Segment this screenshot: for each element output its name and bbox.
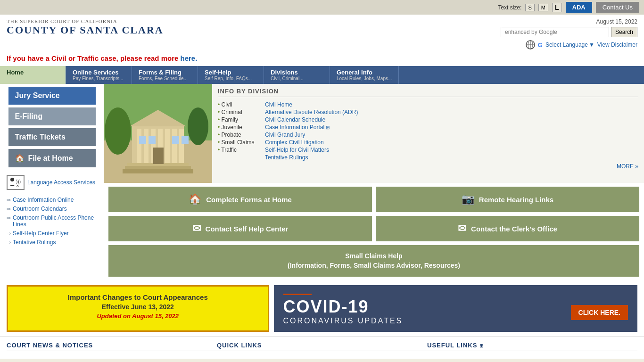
tentative-rulings-div-link[interactable]: Tentative Rulings [265, 154, 638, 161]
nav-general-title: General Info [337, 69, 392, 76]
courtroom-calendars-link[interactable]: Courtroom Calendars [13, 206, 67, 212]
envelope-icon-2: ✉ [458, 222, 466, 235]
contact-us-button[interactable]: Contact Us [596, 2, 639, 13]
changes-date: Effective June 13, 2022 [15, 303, 261, 311]
left-sidebar: Jury Service E-Filing Traffic Tickets 🏠 … [0, 84, 104, 280]
nav-online-title: Online Services [73, 69, 125, 76]
nav-item-divisions[interactable]: Divisions Civil, Criminal... [264, 66, 330, 84]
svg-rect-27 [182, 136, 189, 144]
contact-clerk-button[interactable]: ✉ Contact the Clerk's Office [376, 216, 639, 241]
svg-point-4 [10, 178, 14, 181]
info-by-division: INFO BY DIVISION Civil Criminal Family J… [212, 84, 644, 183]
more-link[interactable]: MORE » [617, 163, 638, 170]
external-link-icon: ⊞ [326, 125, 330, 130]
self-help-flyer-link[interactable]: Self-Help Center Flyer [13, 230, 69, 237]
list-item: Family [218, 116, 260, 123]
nav-divisions-sub: Civil, Criminal... [271, 76, 323, 81]
svg-rect-13 [144, 129, 149, 164]
select-language-button[interactable]: Select Language ▼ [545, 41, 594, 48]
changes-banner: Important Changes to Court Appearances E… [7, 285, 269, 332]
svg-text:✕: ✕ [16, 184, 19, 188]
covid-click-button[interactable]: CLICK HERE. [571, 305, 628, 320]
alert-text: If you have a Civil or Traffic case, ple… [7, 54, 197, 62]
division-list: Civil Criminal Family Juvenile Probate S… [218, 101, 260, 170]
logo-top: THE SUPERIOR COURT OF CALIFORNIA [7, 18, 164, 24]
arrow-icon: ⇒ [7, 215, 11, 221]
footer-news-title: COURT NEWS & NOTICES [7, 342, 217, 351]
header-right: August 15, 2022 Search G Select Language… [501, 18, 637, 49]
complete-forms-button[interactable]: 🏠 Complete Forms at Home [108, 187, 372, 212]
nav-item-general-info[interactable]: General Info Local Rules, Jobs, Maps... [330, 66, 399, 84]
language-access-link[interactable]: Language Access Services [27, 179, 95, 186]
text-size-small-button[interactable]: S [525, 4, 534, 11]
action-row-top: 🏠 Complete Forms at Home 📷 Remote Hearin… [108, 187, 639, 212]
efiling-button[interactable]: E-Filing [8, 107, 96, 125]
arrow-icon: ⇒ [7, 239, 11, 246]
main-content: Jury Service E-Filing Traffic Tickets 🏠 … [0, 84, 644, 280]
contact-self-help-button[interactable]: ✉ Contact Self Help Center [108, 216, 372, 241]
view-disclaimer-link[interactable]: View Disclaimer [597, 41, 637, 48]
jury-service-button[interactable]: Jury Service [8, 87, 96, 105]
court-building-image [104, 84, 212, 183]
top-bar: Text size: S M L ADA Contact Us [0, 0, 644, 15]
changes-title: Important Changes to Court Appearances [15, 293, 261, 301]
tentative-rulings-link[interactable]: Tentative Rulings [13, 239, 56, 246]
nav-forms-title: Forms & Filing [139, 69, 191, 76]
house-icon: 🏠 [189, 193, 201, 206]
changes-update: Updated on August 15, 2022 [15, 313, 261, 320]
search-input[interactable] [501, 27, 609, 37]
case-info-online-link[interactable]: Case Information Online [13, 197, 74, 203]
civil-home-link[interactable]: Civil Home [265, 101, 638, 108]
civil-calendar-link[interactable]: Civil Calendar Schedule [265, 116, 638, 123]
action-buttons: 🏠 Complete Forms at Home 📷 Remote Hearin… [104, 183, 644, 280]
list-item: ⇒ Courtroom Public Access Phone Lines [7, 214, 97, 228]
alert-here-link[interactable]: here. [181, 54, 198, 62]
alert-banner: If you have a Civil or Traffic case, ple… [0, 51, 644, 66]
nav-item-self-help[interactable]: Self-Help Self-Rep, Info, FAQs... [198, 66, 264, 84]
nav-home-title: Home [7, 69, 59, 76]
footer-news: COURT NEWS & NOTICES [7, 342, 217, 354]
home-icon: 🏠 [15, 154, 25, 163]
nav-general-sub: Local Rules, Jobs, Maps... [337, 76, 392, 81]
nav-divisions-title: Divisions [271, 69, 323, 76]
adr-link[interactable]: Alternative Dispute Resolution (ADR) [265, 108, 638, 116]
case-info-portal-link[interactable]: Case Information Portal ⊞ [265, 123, 638, 131]
text-size-label: Text size: [498, 4, 521, 11]
civil-grand-jury-link[interactable]: Civil Grand Jury [265, 131, 638, 139]
globe-icon [526, 40, 535, 49]
traffic-tickets-button[interactable]: Traffic Tickets [8, 128, 96, 146]
file-at-home-button[interactable]: 🏠 File at Home [8, 149, 96, 167]
date-text: August 15, 2022 [501, 18, 637, 25]
small-claims-button[interactable]: Small Claims Help (Information, Forms, S… [108, 245, 639, 277]
svg-rect-17 [172, 129, 177, 164]
public-access-link[interactable]: Courtroom Public Access Phone Lines [13, 214, 97, 228]
logo-bottom: COUNTY OF SANTA CLARA [7, 24, 164, 36]
list-item: ⇒ Self-Help Center Flyer [7, 230, 97, 237]
svg-rect-23 [153, 148, 164, 164]
footer-quick: QUICK LINKS [217, 342, 427, 354]
list-item: Small Claims [218, 139, 260, 146]
text-size-medium-button[interactable]: M [538, 4, 548, 11]
arrow-icon: ⇒ [7, 206, 11, 212]
envelope-icon: ✉ [192, 222, 201, 235]
footer-row: COURT NEWS & NOTICES QUICK LINKS USEFUL … [0, 337, 644, 359]
svg-rect-26 [172, 136, 179, 144]
covid-banner: COVID-19 CORONAVIRUS UPDATES CLICK HERE. [274, 285, 638, 332]
complex-civil-link[interactable]: Complex Civil Litigation [265, 139, 638, 146]
remote-hearing-button[interactable]: 📷 Remote Hearing Links [376, 187, 639, 212]
google-g-icon: G [538, 41, 543, 49]
division-links: Civil Home Alternative Dispute Resolutio… [265, 101, 638, 170]
search-button[interactable]: Search [611, 27, 637, 37]
svg-rect-12 [137, 129, 141, 164]
text-size-large-button[interactable]: L [552, 3, 562, 12]
nav-item-online-services[interactable]: Online Services Pay Fines, Transcripts..… [66, 66, 132, 84]
svg-rect-16 [165, 129, 170, 164]
nav-selfhelp-sub: Self-Rep, Info, FAQs... [205, 76, 257, 81]
list-item: Probate [218, 131, 260, 139]
nav-item-home[interactable]: Home [0, 66, 66, 84]
self-help-civil-link[interactable]: Self-Help for Civil Matters [265, 146, 638, 154]
ada-button[interactable]: ADA [566, 2, 592, 13]
lang-row: G Select Language ▼ View Disclaimer [501, 40, 637, 49]
nav-item-forms-filing[interactable]: Forms & Filing Forms, Fee Schedule... [132, 66, 198, 84]
division-columns: Civil Criminal Family Juvenile Probate S… [218, 101, 638, 170]
